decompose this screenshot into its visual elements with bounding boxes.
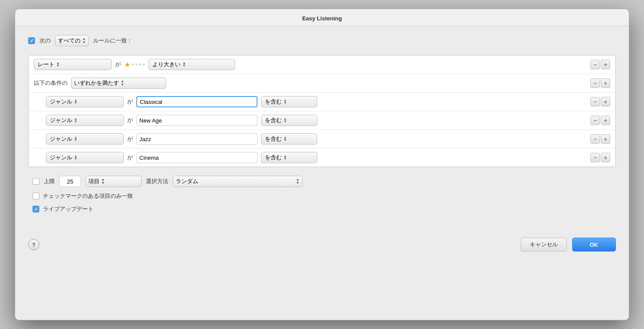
- sub-rule-2-op-arrows: ▲▼: [283, 136, 287, 142]
- sub-rule-2-operator[interactable]: を含む ▲▼: [261, 133, 317, 145]
- limit-value[interactable]: [59, 176, 81, 187]
- sub-rule-3-operator-label: を含む: [265, 154, 282, 161]
- sub-rule-3-field-arrows: ▲▼: [74, 155, 77, 161]
- sub-rule-1-value[interactable]: [136, 115, 258, 126]
- sub-condition-selector-row: 以下の条件の いずれかを満たす ▲ ▼ − +: [29, 74, 615, 93]
- limit-unit-label: 項目: [88, 177, 100, 185]
- sub-rule-3-minus[interactable]: −: [590, 153, 600, 162]
- top-prefix: 次の: [39, 37, 51, 45]
- sub-condition-plus[interactable]: +: [601, 78, 610, 88]
- rate-rule-row: レート ▲▼ が ★ • • • • より大きい ▲▼: [29, 55, 615, 74]
- sub-rule-2-connector: が: [127, 135, 133, 143]
- sub-rule-3-pm: − +: [590, 153, 610, 162]
- method-value: ランダム: [176, 177, 198, 185]
- sub-rule-2-field[interactable]: ジャンル ▲▼: [46, 133, 124, 145]
- sub-condition-pm: − +: [590, 78, 610, 88]
- method-label: 選択方法: [146, 177, 168, 185]
- star-1: ★: [124, 61, 130, 69]
- rate-rule-pm: − +: [590, 60, 610, 69]
- rate-operator-select[interactable]: より大きい ▲▼: [148, 59, 235, 70]
- sub-condition-arrows: ▲ ▼: [121, 80, 124, 87]
- sub-rule-0-connector: が: [127, 98, 133, 106]
- sub-rule-3: ジャンル ▲▼ が を含む ▲▼ − +: [29, 148, 615, 167]
- star-2: •: [132, 61, 134, 68]
- sub-rule-0-operator[interactable]: を含む ▲▼: [261, 96, 317, 107]
- sub-rule-1-operator[interactable]: を含む ▲▼: [261, 115, 317, 126]
- star-area: ★ • • • •: [124, 61, 145, 69]
- limit-unit-selector[interactable]: 項目 ▲▼: [85, 176, 142, 187]
- sub-condition-minus[interactable]: −: [590, 78, 600, 88]
- help-button[interactable]: ?: [28, 239, 39, 250]
- sub-rule-1-plus[interactable]: +: [601, 116, 610, 125]
- rate-rule-minus[interactable]: −: [590, 60, 600, 69]
- limit-row: 上限 項目 ▲▼ 選択方法 ランダム ▲▼: [32, 176, 612, 187]
- ok-button[interactable]: OK: [572, 238, 616, 252]
- sub-rule-1-op-arrows: ▲▼: [283, 118, 287, 123]
- sub-rule-1-operator-label: を含む: [265, 116, 282, 124]
- rate-operator-label: より大きい: [152, 61, 180, 68]
- rate-connector: が: [115, 61, 121, 68]
- live-update-checkbox[interactable]: ✓: [32, 206, 39, 213]
- star-4: •: [139, 61, 142, 68]
- sub-rule-2-field-label: ジャンル: [50, 135, 72, 143]
- live-update-checkmark: ✓: [34, 206, 38, 212]
- sub-rule-2-value[interactable]: [136, 133, 258, 145]
- sub-rule-1: ジャンル ▲▼ が を含む ▲▼ − +: [29, 111, 615, 130]
- sub-rule-1-minus[interactable]: −: [590, 116, 600, 125]
- sub-rule-1-connector: が: [127, 116, 133, 124]
- all-selector[interactable]: すべての ▲ ▼: [55, 35, 89, 46]
- sub-rule-0-field-label: ジャンル: [50, 98, 72, 106]
- sub-rule-2-pm: − +: [590, 134, 610, 144]
- footer-right: キャンセル OK: [521, 238, 616, 252]
- star-5: •: [143, 61, 145, 68]
- sub-rule-2-minus[interactable]: −: [590, 134, 600, 144]
- sub-condition-selector[interactable]: いずれかを満たす ▲ ▼: [71, 77, 166, 89]
- sub-rule-0-operator-label: を含む: [265, 98, 282, 106]
- sub-rule-3-field[interactable]: ジャンル ▲▼: [46, 152, 124, 163]
- sub-rule-0-op-arrows: ▲▼: [283, 99, 287, 105]
- sub-rule-3-op-arrows: ▲▼: [283, 155, 287, 161]
- sub-rule-3-value[interactable]: [136, 152, 258, 163]
- bottom-options: 上限 項目 ▲▼ 選択方法 ランダム ▲▼ チェックマ: [28, 176, 616, 213]
- sub-rule-0-minus[interactable]: −: [590, 97, 600, 106]
- sub-condition-selector-value: いずれかを満たす: [74, 79, 119, 87]
- rate-field-arrows: ▲▼: [56, 62, 60, 68]
- checked-only-checkbox[interactable]: [32, 193, 39, 200]
- sub-rule-0-field[interactable]: ジャンル ▲▼: [46, 96, 124, 107]
- rate-field-label: レート: [38, 61, 55, 68]
- rate-operator-arrows: ▲▼: [182, 62, 186, 68]
- all-selector-arrows: ▲ ▼: [82, 37, 86, 44]
- top-checkbox-wrap: ✓: [28, 37, 35, 44]
- sub-rule-1-field[interactable]: ジャンル ▲▼: [46, 115, 124, 126]
- method-arrows: ▲▼: [296, 178, 299, 185]
- dialog: Easy Listening ✓ 次の すべての ▲ ▼ ルールに一致：: [15, 9, 629, 320]
- limit-label: 上限: [44, 177, 55, 185]
- sub-rule-2-plus[interactable]: +: [601, 134, 610, 144]
- sub-rule-1-field-arrows: ▲▼: [74, 118, 77, 123]
- cancel-button[interactable]: キャンセル: [521, 238, 567, 252]
- sub-rule-0-plus[interactable]: +: [601, 97, 610, 106]
- sub-rule-2: ジャンル ▲▼ が を含む ▲▼ − +: [29, 130, 615, 148]
- limit-unit-arrows: ▲▼: [101, 178, 105, 185]
- star-3: •: [135, 61, 138, 68]
- sub-rule-0-pm: − +: [590, 97, 610, 106]
- rate-field-select[interactable]: レート ▲▼: [34, 59, 112, 70]
- limit-checkbox[interactable]: [32, 178, 39, 185]
- sub-rule-3-operator[interactable]: を含む ▲▼: [261, 152, 317, 163]
- dialog-title: Easy Listening: [302, 15, 342, 22]
- sub-rule-3-plus[interactable]: +: [601, 153, 610, 162]
- method-selector[interactable]: ランダム ▲▼: [173, 176, 303, 187]
- top-rule-row: ✓ 次の すべての ▲ ▼ ルールに一致：: [28, 35, 616, 46]
- sub-rule-0-value[interactable]: [136, 96, 258, 107]
- sub-rule-2-field-arrows: ▲▼: [74, 136, 77, 142]
- checked-only-row: チェックマークのある項目のみ一致: [32, 192, 612, 200]
- checked-only-label: チェックマークのある項目のみ一致: [43, 192, 133, 200]
- rate-rule-plus[interactable]: +: [601, 60, 610, 69]
- top-checkbox[interactable]: ✓: [28, 37, 35, 44]
- sub-rule-1-pm: − +: [590, 116, 610, 125]
- sub-rule-2-operator-label: を含む: [265, 135, 282, 143]
- title-bar: Easy Listening: [15, 9, 629, 26]
- live-update-label: ライブアップデート: [43, 205, 93, 213]
- top-checkmark: ✓: [30, 38, 34, 44]
- rules-area: レート ▲▼ が ★ • • • • より大きい ▲▼: [28, 55, 616, 167]
